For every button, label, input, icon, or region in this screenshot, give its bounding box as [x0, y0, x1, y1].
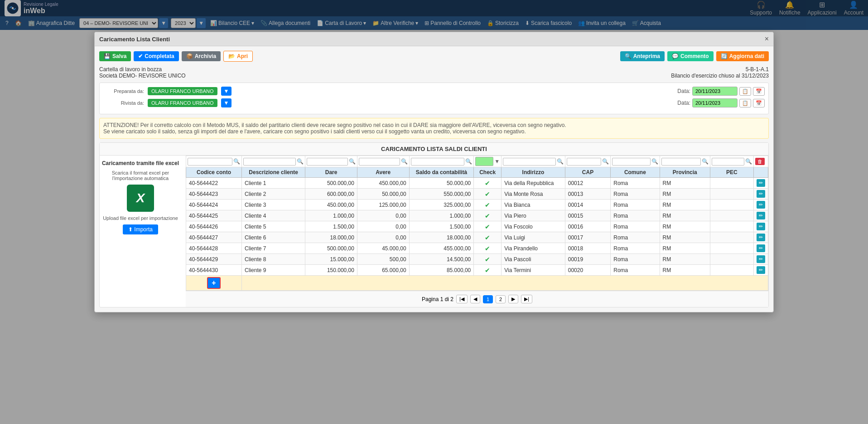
modal-overlay: Caricamento Lista Clienti × 💾 Salva ✔ Co…: [0, 0, 868, 30]
